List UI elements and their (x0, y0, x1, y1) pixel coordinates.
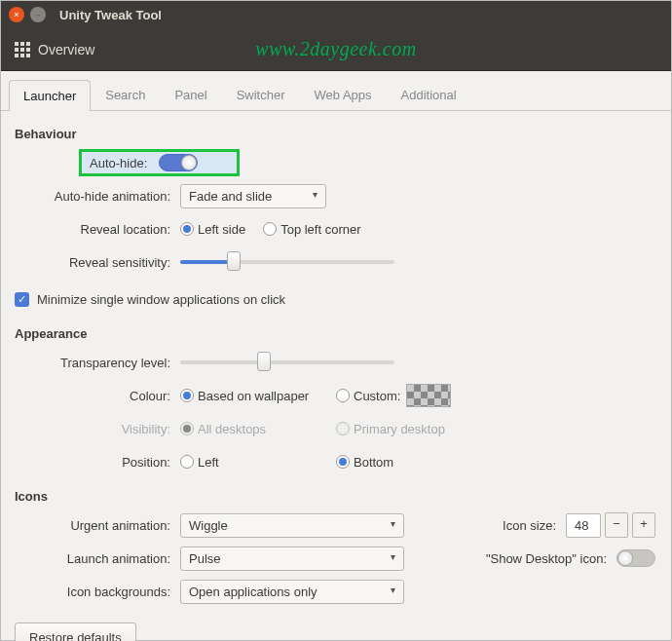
window: × – Unity Tweak Tool Overview www.2dayge… (0, 0, 672, 641)
icon-size-input[interactable]: 48 (566, 513, 601, 538)
show-desktop-label: "Show Desktop" icon: (486, 551, 607, 566)
icons-title: Icons (15, 489, 657, 504)
autohide-anim-label: Auto-hide animation: (15, 189, 180, 204)
restore-defaults-button[interactable]: Restore defaults (15, 622, 136, 641)
autohide-anim-select[interactable]: Fade and slide (180, 184, 326, 208)
icon-size-label: Icon size: (503, 518, 556, 533)
titlebar: × – Unity Tweak Tool (1, 1, 671, 28)
urgent-anim-label: Urgent animation: (15, 518, 180, 533)
tab-additional[interactable]: Additional (387, 79, 471, 110)
colour-custom-radio[interactable]: Custom: (336, 384, 451, 407)
visibility-label: Visibility: (15, 422, 180, 436)
icon-backgrounds-select[interactable]: Open applications only (180, 580, 404, 604)
reveal-top-left-radio[interactable]: Top left corner (263, 222, 360, 237)
minimize-on-click-label: Minimize single window applications on c… (37, 292, 285, 307)
colour-label: Colour: (15, 389, 180, 403)
visibility-primary-radio: Primary desktop (336, 422, 445, 436)
position-bottom-radio[interactable]: Bottom (336, 455, 393, 470)
tab-panel[interactable]: Panel (160, 79, 221, 110)
colour-wallpaper-radio[interactable]: Based on wallpaper (180, 389, 309, 403)
overview-label: Overview (38, 42, 94, 57)
position-left-radio[interactable]: Left (180, 455, 219, 470)
reveal-sensitivity-label: Reveal sensitivity: (15, 255, 180, 270)
reveal-sensitivity-slider[interactable] (180, 260, 394, 264)
tab-switcher[interactable]: Switcher (222, 79, 300, 110)
window-close-button[interactable]: × (9, 7, 24, 22)
urgent-anim-select[interactable]: Wiggle (180, 513, 404, 538)
toolbar: Overview www.2daygeek.com (1, 28, 671, 71)
content-area: Behaviour Auto-hide: Auto-hide animation… (1, 111, 671, 641)
tab-search[interactable]: Search (91, 79, 160, 110)
icon-backgrounds-label: Icon backgrounds: (15, 584, 180, 599)
grid-icon (15, 42, 30, 57)
reveal-location-label: Reveal location: (15, 222, 180, 237)
autohide-highlight: Auto-hide: (79, 149, 240, 176)
appearance-title: Appearance (15, 326, 657, 341)
behaviour-title: Behaviour (15, 127, 657, 141)
reveal-left-side-radio[interactable]: Left side (180, 222, 245, 237)
overview-button[interactable]: Overview (15, 42, 94, 57)
window-minimize-button[interactable]: – (30, 7, 46, 22)
autohide-label: Auto-hide: (90, 156, 147, 170)
colour-swatch[interactable] (406, 384, 451, 407)
window-title: Unity Tweak Tool (59, 8, 162, 22)
launch-anim-select[interactable]: Pulse (180, 547, 404, 571)
launch-anim-label: Launch animation: (15, 551, 180, 566)
tab-launcher[interactable]: Launcher (9, 80, 91, 111)
tab-webapps[interactable]: Web Apps (300, 79, 387, 110)
watermark-text: www.2daygeek.com (255, 38, 416, 60)
tabs-bar: Launcher Search Panel Switcher Web Apps … (1, 71, 671, 111)
minimize-on-click-checkbox[interactable]: ✓ (15, 292, 29, 307)
autohide-toggle[interactable] (159, 154, 198, 171)
icon-size-decrease[interactable]: − (605, 512, 628, 538)
visibility-all-radio: All desktops (180, 422, 266, 436)
show-desktop-toggle[interactable] (616, 549, 655, 567)
position-label: Position: (15, 455, 180, 470)
transparency-label: Transparency level: (15, 356, 180, 370)
transparency-slider[interactable] (180, 360, 394, 364)
icon-size-increase[interactable]: + (632, 512, 655, 538)
